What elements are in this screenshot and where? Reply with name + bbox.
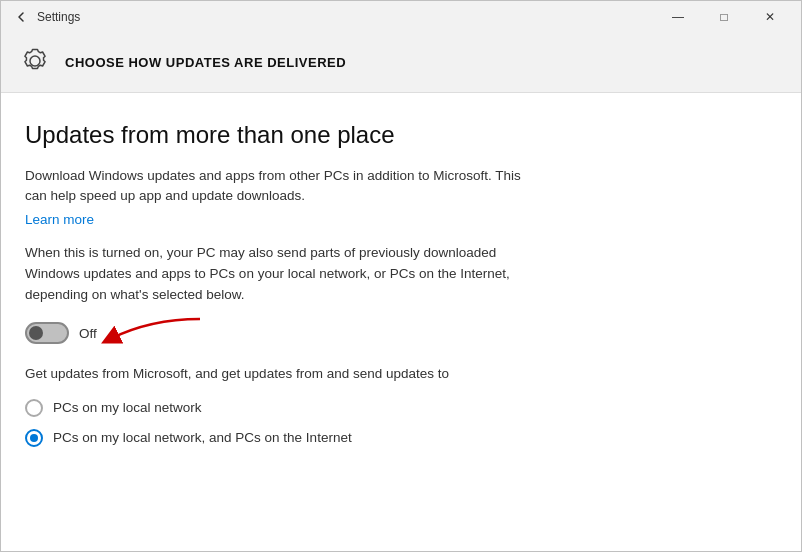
toggle-label: Off [79, 326, 97, 341]
radio-circle-internet[interactable] [25, 429, 43, 447]
toggle-thumb [29, 326, 43, 340]
toggle-track[interactable] [25, 322, 69, 344]
back-button[interactable] [9, 5, 33, 29]
window-title: Settings [37, 10, 655, 24]
window-controls: — □ ✕ [655, 1, 793, 33]
main-heading: Updates from more than one place [25, 121, 777, 150]
close-button[interactable]: ✕ [747, 1, 793, 33]
radio-label-internet: PCs on my local network, and PCs on the … [53, 430, 352, 445]
radio-label-local: PCs on my local network [53, 400, 202, 415]
maximize-button[interactable]: □ [701, 1, 747, 33]
settings-window: Settings — □ ✕ CHOOSE HOW UPDATES ARE DE… [0, 0, 802, 552]
toggle-row: Off [25, 322, 777, 344]
header-bar: CHOOSE HOW UPDATES ARE DELIVERED [1, 33, 801, 93]
toggle-switch[interactable] [25, 322, 69, 344]
learn-more-link[interactable]: Learn more [25, 212, 94, 227]
gear-icon [21, 47, 53, 79]
minimize-button[interactable]: — [655, 1, 701, 33]
arrow-annotation [90, 314, 210, 358]
description-3: Get updates from Microsoft, and get upda… [25, 364, 545, 385]
page-title: CHOOSE HOW UPDATES ARE DELIVERED [65, 55, 346, 70]
radio-option-local[interactable]: PCs on my local network [25, 399, 777, 417]
content-area: Updates from more than one place Downloa… [1, 93, 801, 551]
description-2: When this is turned on, your PC may also… [25, 243, 545, 306]
radio-option-internet[interactable]: PCs on my local network, and PCs on the … [25, 429, 777, 447]
radio-circle-local[interactable] [25, 399, 43, 417]
title-bar: Settings — □ ✕ [1, 1, 801, 33]
description-1: Download Windows updates and apps from o… [25, 166, 545, 207]
